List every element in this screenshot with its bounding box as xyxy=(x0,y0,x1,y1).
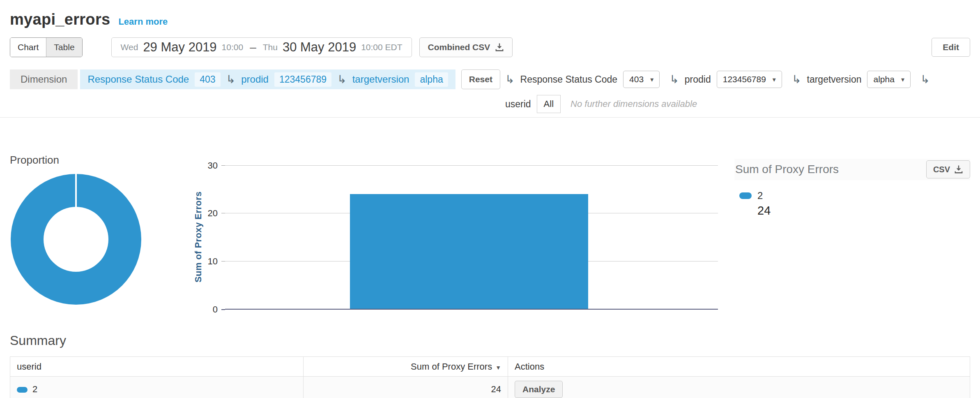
summary-title: Summary xyxy=(0,333,980,348)
start-day: Wed xyxy=(121,42,138,52)
column-header-userid: userid xyxy=(10,357,304,377)
cell-actions: Analyze xyxy=(508,377,970,398)
column-header-sum[interactable]: Sum of Proxy Errors▼ xyxy=(304,357,508,377)
drilldown-name: Response Status Code xyxy=(520,74,618,85)
chevron-down-icon: ▾ xyxy=(650,76,653,83)
legend-item-value: 24 xyxy=(734,204,970,218)
bar-chart-plot: 30 20 10 0 xyxy=(225,165,718,309)
donut-hole xyxy=(44,207,108,272)
breadcrumb-value-targetversion[interactable]: alpha xyxy=(415,72,448,87)
proportion-title: Proportion xyxy=(10,154,175,167)
chevron-down-icon: ▾ xyxy=(773,76,776,83)
breadcrumb-value-prodid[interactable]: 123456789 xyxy=(274,72,331,87)
breadcrumb-name-prodid[interactable]: prodid xyxy=(241,74,269,85)
no-further-dimensions-note: No further dimensions available xyxy=(571,99,697,109)
y-tick-10: 10 xyxy=(208,256,218,267)
legend-header: Sum of Proxy Errors CSV xyxy=(734,159,970,180)
drilldown-select-response-status-code[interactable]: 403 ▾ xyxy=(623,71,660,88)
selected-value: alpha xyxy=(873,74,894,84)
drilldown-select-targetversion[interactable]: alpha ▾ xyxy=(867,71,910,88)
breadcrumb-name-targetversion[interactable]: targetversion xyxy=(352,74,409,85)
y-tick-0: 0 xyxy=(213,304,218,315)
gridline-30: 30 xyxy=(225,165,718,166)
drilldown-arrow-icon: ↳ xyxy=(505,74,515,85)
userid-value: 2 xyxy=(32,384,37,394)
tab-chart[interactable]: Chart xyxy=(10,38,46,57)
proportion-panel: Proportion xyxy=(10,154,175,315)
page-header: myapi_errors Learn more xyxy=(0,0,980,28)
end-day: Thu xyxy=(263,42,278,52)
cell-sum: 24 xyxy=(304,377,508,398)
drilldown-select-prodid[interactable]: 123456789 ▾ xyxy=(717,71,782,88)
end-date: 30 May 2019 xyxy=(283,40,356,55)
drilldown-row-2: userid All No further dimensions availab… xyxy=(505,94,930,114)
tab-table[interactable]: Table xyxy=(46,38,82,57)
edit-button[interactable]: Edit xyxy=(932,38,970,57)
y-axis-label: Sum of Proxy Errors xyxy=(193,165,204,309)
date-range-separator: – xyxy=(250,41,256,54)
combined-csv-button[interactable]: Combined CSV xyxy=(419,37,513,57)
drilldown-name: targetversion xyxy=(807,74,862,85)
combined-csv-label: Combined CSV xyxy=(428,42,490,52)
drilldown-arrow-icon: ↳ xyxy=(669,74,679,85)
csv-download-button[interactable]: CSV xyxy=(926,160,970,178)
drilldown-prodid: prodid 123456789 ▾ xyxy=(685,71,782,88)
learn-more-link[interactable]: Learn more xyxy=(118,16,168,27)
userid-all-button[interactable]: All xyxy=(537,95,561,113)
dimension-drilldowns: ↳ Response Status Code 403 ▾ ↳ prodid 12… xyxy=(505,69,930,114)
chart-legend-panel: Sum of Proxy Errors CSV 2 24 xyxy=(734,159,970,218)
date-range-picker[interactable]: Wed 29 May 2019 10:00 – Thu 30 May 2019 … xyxy=(111,37,412,57)
legend-swatch-icon xyxy=(739,192,752,199)
donut-slice-gap xyxy=(75,174,77,207)
drilldown-arrow-icon: ↳ xyxy=(792,74,801,85)
sort-desc-icon: ▼ xyxy=(495,364,501,371)
drilldown-arrow-icon: ↳ xyxy=(337,74,347,85)
breadcrumb-name-response-status-code[interactable]: Response Status Code xyxy=(87,74,189,85)
column-header-actions: Actions xyxy=(508,357,970,377)
legend-title: Sum of Proxy Errors xyxy=(735,163,839,176)
start-date: 29 May 2019 xyxy=(143,40,216,55)
y-tick-30: 30 xyxy=(208,160,218,171)
drilldown-name-userid: userid xyxy=(505,99,531,110)
summary-table: userid Sum of Proxy Errors▼ Actions 2 24… xyxy=(10,356,970,398)
chart-table-toggle: Chart Table xyxy=(10,37,83,57)
dimension-bar: Dimension Response Status Code 403 ↳ pro… xyxy=(0,69,980,114)
chevron-down-icon: ▾ xyxy=(901,76,904,83)
chart-section: Proportion Sum of Proxy Errors 30 20 10 … xyxy=(0,154,980,315)
selected-value: 403 xyxy=(629,74,644,84)
download-icon xyxy=(954,165,963,174)
drilldown-name: prodid xyxy=(685,74,711,85)
breadcrumb-value-403[interactable]: 403 xyxy=(195,72,220,87)
bar-rect[interactable] xyxy=(350,194,588,309)
bar-chart: Sum of Proxy Errors 30 20 10 0 xyxy=(175,154,734,309)
cell-userid: 2 xyxy=(10,377,304,398)
reset-button[interactable]: Reset xyxy=(461,69,500,89)
donut-chart[interactable] xyxy=(10,174,175,315)
legend-item-label: 2 xyxy=(757,190,763,201)
start-time: 10:00 xyxy=(222,42,244,52)
section-divider xyxy=(0,117,980,118)
y-tick-20: 20 xyxy=(208,208,218,219)
page-title: myapi_errors xyxy=(10,11,110,28)
legend-item[interactable]: 2 xyxy=(734,190,970,201)
drilldown-targetversion: targetversion alpha ▾ xyxy=(807,71,911,88)
drilldown-row-1: ↳ Response Status Code 403 ▾ ↳ prodid 12… xyxy=(505,69,930,89)
series-swatch-icon xyxy=(17,387,28,393)
selected-value: 123456789 xyxy=(723,74,766,84)
gridline-0: 0 xyxy=(225,309,718,310)
drilldown-response-status-code: Response Status Code 403 ▾ xyxy=(520,71,660,88)
download-icon xyxy=(495,43,504,52)
toolbar: Chart Table Wed 29 May 2019 10:00 – Thu … xyxy=(0,37,980,57)
drilldown-arrow-icon: ↳ xyxy=(226,74,236,85)
dimension-label: Dimension xyxy=(10,69,78,89)
table-row: 2 24 Analyze xyxy=(10,377,970,398)
summary-table-header-row: userid Sum of Proxy Errors▼ Actions xyxy=(10,357,970,377)
donut-ring xyxy=(11,174,141,305)
csv-label: CSV xyxy=(933,165,950,174)
drilldown-arrow-icon: ↳ xyxy=(920,74,930,85)
analyze-button[interactable]: Analyze xyxy=(515,381,563,398)
column-header-sum-label: Sum of Proxy Errors xyxy=(411,361,492,372)
end-time: 10:00 EDT xyxy=(361,42,402,52)
dimension-breadcrumbs: Response Status Code 403 ↳ prodid 123456… xyxy=(80,69,455,89)
